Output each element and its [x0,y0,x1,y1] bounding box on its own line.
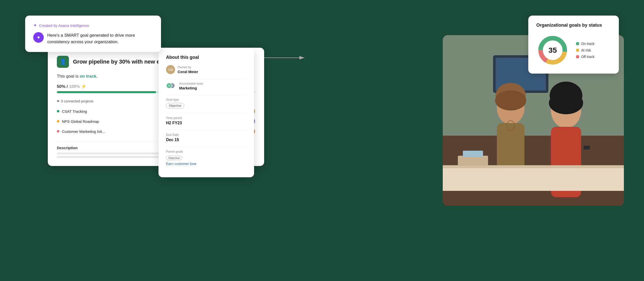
ai-icon-circle: ✦ [33,32,44,43]
goal-icon: 👤 [60,59,66,65]
ai-badge-text: Created by Asana Intelligence [39,23,89,28]
org-goals-card: Organizational goals by status 35 On tra… [528,16,619,74]
divider [166,147,247,147]
parent-objective-badge: Objective [166,156,182,160]
list-item: Off track [576,55,594,59]
due-date-label: Due Date [166,133,247,137]
goal-type-label: Goal type [166,98,247,101]
goal-icon-box: 👤 [57,56,69,68]
goal-status-prefix: This goal is [57,74,80,79]
owned-by-label: Owned by [178,66,198,69]
team-avatars: M K [166,83,177,90]
org-goals-body: 35 On track At risk Off track [536,34,611,67]
svg-point-16 [549,92,583,114]
list-item: On track [576,42,594,46]
parent-goal-name[interactable]: Earn customer love [166,162,247,166]
project-dot [57,120,59,123]
goal-status-suffix: . [96,74,98,79]
ai-bubble: ✦ Created by Asana Intelligence ✦ Here's… [25,16,161,52]
parent-badge-wrapper: Objective [166,155,247,162]
time-period-section: Time period H2 FY23 [166,116,247,125]
time-period-label: Time period [166,116,247,120]
due-date-value: Dec 15 [166,138,247,142]
team-row: M K Accountable team Marketing [166,82,247,90]
owner-info: Owned by Coral Meier [178,66,198,74]
about-title: About this goal [166,55,247,60]
legend-label-off-track: Off track [581,55,594,59]
svg-rect-22 [584,146,590,149]
team-info: Accountable team Marketing [179,82,203,90]
progress-pct: 50% [57,84,65,89]
objective-badge: Objective [166,103,184,108]
goal-status-value: on track [80,74,96,79]
donut-chart: 35 [536,34,569,67]
progress-sep: / [65,84,69,89]
legend-label-at-risk: At risk [581,48,591,52]
progress-total: 100% [69,84,80,89]
parent-goals-section: Parent goals Objective Earn customer lov… [166,150,247,166]
org-goals-title: Organizational goals by status [536,23,611,28]
svg-rect-19 [458,156,488,166]
about-panel: About this goal CM Owned by Coral Meier … [158,48,254,177]
divider [166,79,247,79]
svg-rect-17 [443,166,624,191]
ai-content-icon: ✦ [36,34,41,40]
svg-point-12 [495,90,526,110]
accountable-team-section: M K Accountable team Marketing [166,82,247,90]
ai-content: ✦ Here's a SMART goal generated to drive… [33,32,153,45]
owner-avatar: CM [166,65,175,74]
ai-badge: ✦ Created by Asana Intelligence [33,23,153,28]
accountable-label: Accountable team [179,82,203,85]
divider [166,130,247,130]
legend-label-on-track: On track [581,42,594,46]
divider [166,113,247,113]
lightning-icon: ⚡ [81,84,86,89]
donut-total: 35 [548,46,557,54]
connected-count: 3 connected projects [61,99,93,103]
project-dot [57,110,59,113]
chart-legend: On track At risk Off track [576,42,594,59]
progress-bar-fill [57,91,156,93]
triangle-icon [57,100,59,102]
team-avatar-1: M [166,83,172,89]
time-period-value: H2 FY23 [166,121,247,125]
list-item: At risk [576,48,594,52]
parent-goals-label: Parent goals [166,150,247,153]
owner-row: CM Owned by Coral Meier [166,65,247,74]
legend-dot-red [576,55,579,58]
legend-dot-green [576,42,579,45]
ai-star-icon: ✦ [33,23,37,28]
goal-type-section: Goal type Objective [166,98,247,108]
owner-name: Coral Meier [178,70,198,74]
ai-content-text: Here's a SMART goal generated to drive m… [47,32,153,45]
project-dot [57,130,59,133]
due-date-section: Due Date Dec 15 [166,133,247,142]
legend-dot-yellow [576,49,579,52]
divider [166,95,247,95]
owned-by-section: CM Owned by Coral Meier [166,65,247,74]
svg-rect-20 [463,151,483,157]
team-name: Marketing [179,86,203,90]
